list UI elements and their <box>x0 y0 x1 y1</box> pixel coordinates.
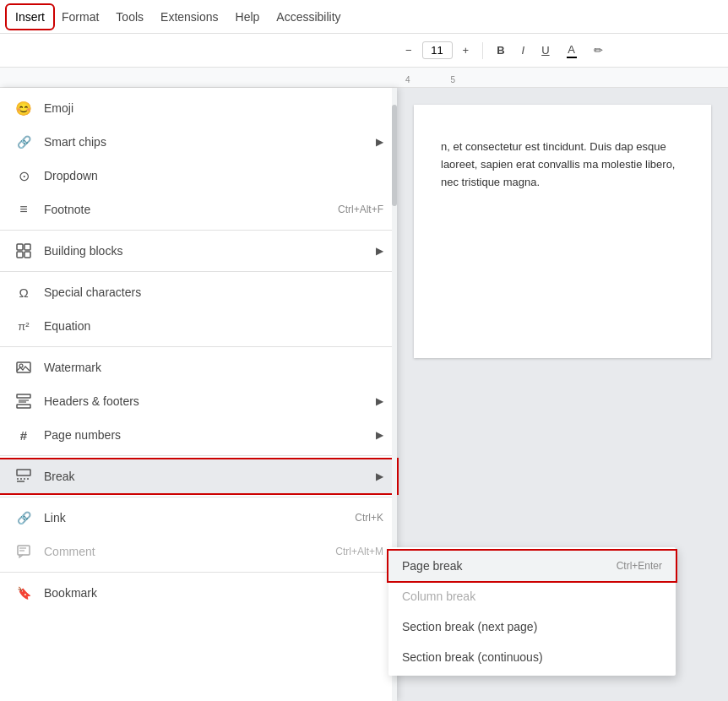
section-break-cont-label: Section break (continuous) <box>402 650 543 664</box>
break-submenu: Page break Ctrl+Enter Column break Secti… <box>388 547 676 676</box>
svg-point-5 <box>19 364 23 367</box>
svg-rect-0 <box>17 244 23 250</box>
menu-format[interactable]: Format <box>53 5 107 29</box>
text-color-button[interactable]: A <box>560 40 584 62</box>
underline-button[interactable]: U <box>535 41 556 60</box>
building-blocks-label: Building blocks <box>44 244 122 258</box>
font-size-box[interactable]: 11 <box>422 41 453 59</box>
headers-footers-icon <box>14 391 34 411</box>
svg-rect-10 <box>17 470 30 475</box>
svg-rect-2 <box>17 252 23 258</box>
footnote-shortcut: Ctrl+Alt+F <box>338 204 383 215</box>
break-icon <box>14 466 34 486</box>
pencil-button[interactable]: ✏ <box>587 41 610 60</box>
building-blocks-icon <box>14 241 34 261</box>
menu-item-watermark[interactable]: Watermark <box>0 350 397 384</box>
headers-footers-arrow: ▶ <box>376 395 383 407</box>
menu-item-special-characters[interactable]: Ω Special characters <box>0 275 397 309</box>
svg-rect-6 <box>17 394 30 398</box>
menu-bar: Insert Format Tools Extensions Help Acce… <box>0 0 728 34</box>
svg-rect-7 <box>17 405 30 408</box>
break-arrow: ▶ <box>376 470 383 482</box>
submenu-item-section-break-next[interactable]: Section break (next page) <box>388 611 676 642</box>
italic-button[interactable]: I <box>515 41 532 60</box>
menu-scrollbar-thumb <box>392 105 397 206</box>
smart-chips-arrow: ▶ <box>376 136 383 148</box>
page-numbers-arrow: ▶ <box>376 429 383 441</box>
divider-6 <box>0 572 397 573</box>
svg-rect-3 <box>24 252 30 258</box>
menu-accessibility[interactable]: Accessibility <box>268 5 349 29</box>
submenu-item-section-break-cont[interactable]: Section break (continuous) <box>388 642 676 672</box>
column-break-label: Column break <box>402 590 475 603</box>
content-area: 😊 Emoji 🔗 Smart chips ▶ ⊙ Dropdown ≡ Foo… <box>0 88 728 701</box>
link-label: Link <box>44 511 66 524</box>
insert-menu: 😊 Emoji 🔗 Smart chips ▶ ⊙ Dropdown ≡ Foo… <box>0 88 397 701</box>
bookmark-label: Bookmark <box>44 586 97 600</box>
menu-item-headers-footers[interactable]: Headers & footers ▶ <box>0 384 397 418</box>
page-numbers-label: Page numbers <box>44 428 121 442</box>
section-break-next-label: Section break (next page) <box>402 620 537 633</box>
link-shortcut: Ctrl+K <box>355 512 383 524</box>
submenu-item-column-break[interactable]: Column break <box>388 581 676 611</box>
menu-item-page-numbers[interactable]: # Page numbers ▶ <box>0 418 397 452</box>
divider-3 <box>0 346 397 347</box>
building-blocks-arrow: ▶ <box>376 245 383 257</box>
svg-rect-1 <box>24 244 30 250</box>
equation-label: Equation <box>44 319 90 333</box>
toolbar-separator-1 <box>482 42 483 59</box>
menu-item-footnote[interactable]: ≡ Footnote Ctrl+Alt+F <box>0 193 397 226</box>
divider-2 <box>0 271 397 272</box>
watermark-label: Watermark <box>44 361 101 374</box>
bookmark-icon: 🔖 <box>14 583 34 603</box>
dropdown-icon: ⊙ <box>14 166 34 186</box>
headers-footers-label: Headers & footers <box>44 394 139 408</box>
smart-chips-label: Smart chips <box>44 135 106 149</box>
toolbar: − 11 + B I U A ✏ <box>0 34 728 68</box>
page-break-shortcut: Ctrl+Enter <box>617 560 662 572</box>
comment-label: Comment <box>44 545 95 558</box>
menu-extensions[interactable]: Extensions <box>152 5 226 29</box>
ruler: 4 5 <box>0 68 728 88</box>
font-size-increase[interactable]: + <box>456 41 476 60</box>
menu-tools[interactable]: Tools <box>107 5 152 29</box>
emoji-label: Emoji <box>44 101 73 115</box>
menu-item-comment[interactable]: Comment Ctrl+Alt+M <box>0 535 397 568</box>
menu-item-building-blocks[interactable]: Building blocks ▶ <box>0 234 397 268</box>
text-color-underline <box>567 57 577 58</box>
menu-item-bookmark[interactable]: 🔖 Bookmark <box>0 576 397 610</box>
menu-item-dropdown[interactable]: ⊙ Dropdown <box>0 159 397 193</box>
ruler-content: 4 5 <box>405 75 455 87</box>
emoji-icon: 😊 <box>14 98 34 118</box>
comment-shortcut: Ctrl+Alt+M <box>335 546 383 557</box>
special-characters-icon: Ω <box>14 282 34 302</box>
page-break-label: Page break <box>402 559 463 573</box>
menu-help[interactable]: Help <box>227 5 269 29</box>
comment-icon <box>14 541 34 562</box>
menu-item-equation[interactable]: π² Equation <box>0 309 397 343</box>
divider-5 <box>0 497 397 497</box>
equation-icon: π² <box>14 316 34 336</box>
watermark-icon <box>14 357 34 378</box>
special-characters-label: Special characters <box>44 285 141 299</box>
document-page: n, et consectetur est tincidunt. Duis da… <box>414 105 711 358</box>
menu-item-smart-chips[interactable]: 🔗 Smart chips ▶ <box>0 125 397 159</box>
footnote-icon: ≡ <box>14 199 34 220</box>
text-color-label: A <box>568 43 575 56</box>
menu-item-link[interactable]: 🔗 Link Ctrl+K <box>0 501 397 535</box>
link-icon: 🔗 <box>14 508 34 528</box>
divider-1 <box>0 230 397 231</box>
dropdown-label: Dropdown <box>44 169 98 182</box>
menu-insert[interactable]: Insert <box>7 5 53 29</box>
menu-item-break[interactable]: Break ▶ <box>0 459 397 493</box>
footnote-label: Footnote <box>44 203 90 216</box>
font-size-decrease[interactable]: − <box>399 41 419 60</box>
menu-item-emoji[interactable]: 😊 Emoji <box>0 91 397 125</box>
ruler-mark-4: 4 <box>405 75 410 84</box>
bold-button[interactable]: B <box>490 41 511 60</box>
ruler-mark-5: 5 <box>451 75 456 84</box>
submenu-item-page-break[interactable]: Page break Ctrl+Enter <box>388 551 676 581</box>
smart-chips-icon: 🔗 <box>14 132 34 152</box>
doc-text: n, et consectetur est tincidunt. Duis da… <box>441 139 684 191</box>
svg-rect-4 <box>17 362 30 372</box>
